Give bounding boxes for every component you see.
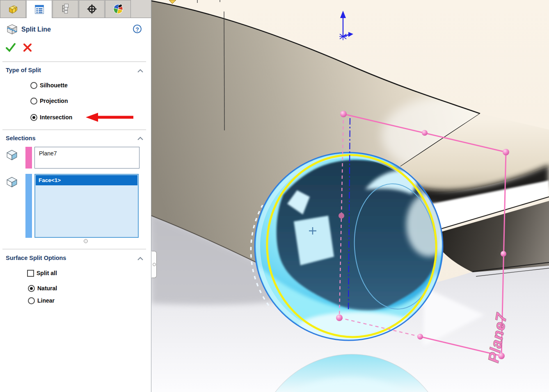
- plane-filter-icon: [6, 149, 18, 161]
- tab-propertymanager[interactable]: [26, 0, 52, 18]
- face-selection-colorbar: [25, 174, 32, 238]
- plane-mid-handle: [417, 334, 423, 340]
- radio-label: Projection: [40, 98, 68, 104]
- radio-linear[interactable]: Linear: [28, 296, 55, 305]
- separator: [2, 130, 146, 130]
- chevron-up-icon[interactable]: [137, 257, 144, 261]
- radio-icon[interactable]: [30, 82, 37, 89]
- chevron-up-icon[interactable]: [137, 69, 144, 73]
- listbox-resize-handle[interactable]: [84, 239, 88, 243]
- chevron-up-icon[interactable]: [137, 137, 144, 141]
- configurationmanager-icon: [59, 3, 72, 15]
- cancel-button[interactable]: [23, 43, 32, 52]
- radio-projection[interactable]: Projection: [30, 96, 68, 105]
- section-surface-split-options: Surface Split Options: [6, 255, 66, 261]
- split-line-icon: [7, 24, 18, 35]
- section-selections: Selections: [6, 135, 36, 141]
- radio-icon[interactable]: [30, 98, 37, 105]
- separator: [2, 62, 146, 62]
- plane-mid-handle: [501, 251, 506, 257]
- checkbox-icon[interactable]: [27, 270, 34, 277]
- plane-selection-box[interactable]: Plane7: [34, 147, 140, 169]
- checkbox-label: Split all: [37, 270, 57, 276]
- section-type-of-split: Type of Split: [6, 67, 41, 73]
- tab-featuremanager[interactable]: [0, 0, 26, 18]
- separator: [2, 249, 146, 249]
- plane-selection-value: Plane7: [39, 150, 57, 157]
- page-title: Split Line: [21, 26, 51, 33]
- manager-tabbar: [0, 0, 151, 18]
- tab-displaymanager[interactable]: [105, 0, 131, 18]
- red-arrow-annotation: [84, 112, 136, 123]
- radio-label: Linear: [37, 297, 55, 304]
- ok-button[interactable]: [5, 42, 16, 53]
- propertymanager-icon: [33, 3, 46, 16]
- radio-label: Intersection: [40, 114, 72, 121]
- panel-resize-handle[interactable]: [151, 251, 157, 278]
- tab-dimxpertmanager[interactable]: [79, 0, 105, 18]
- face-filter-icon: [6, 176, 18, 188]
- plane-corner-handle: [503, 149, 509, 155]
- displaymanager-icon: [112, 3, 124, 15]
- tab-configurationmanager[interactable]: [53, 0, 78, 18]
- radio-silhouette[interactable]: Silhouette: [30, 81, 68, 90]
- plane-mid-handle: [339, 213, 344, 219]
- help-icon[interactable]: ?: [133, 25, 142, 33]
- list-item-selected[interactable]: Face<1>: [36, 175, 137, 185]
- radio-label: Silhouette: [40, 82, 68, 89]
- part-icon: [7, 3, 19, 15]
- radio-icon[interactable]: [30, 114, 37, 121]
- radio-natural[interactable]: Natural: [28, 284, 57, 293]
- propertymanager-panel: Split Line ? Type of Split Silhouette Pr…: [0, 0, 151, 392]
- radio-icon[interactable]: [28, 285, 35, 292]
- radio-label: Natural: [37, 285, 57, 292]
- plane-mid-handle: [422, 130, 428, 136]
- checkbox-split-all[interactable]: Split all: [27, 269, 57, 278]
- radio-icon[interactable]: [28, 297, 35, 304]
- face-selection-listbox[interactable]: Face<1>: [34, 174, 139, 238]
- radio-intersection[interactable]: Intersection: [30, 113, 72, 122]
- window-reflection-large: [294, 216, 334, 265]
- plane-corner-handle: [340, 111, 347, 117]
- handle-dot-icon: [153, 263, 156, 266]
- plane-corner-handle: [336, 315, 343, 321]
- dimxpert-icon: [86, 3, 98, 15]
- plane-selection-colorbar: [25, 147, 32, 169]
